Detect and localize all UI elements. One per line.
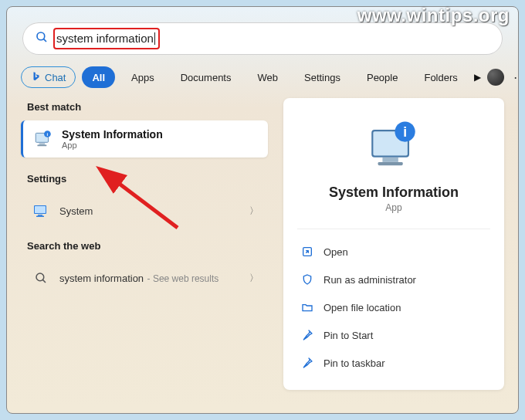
chevron-right-icon: 〉 — [249, 205, 259, 218]
search-query-text: system information — [56, 32, 154, 45]
action-pin-to-taskbar[interactable]: Pin to taskbar — [297, 351, 490, 374]
svg-point-11 — [36, 273, 44, 281]
searchbar-container: system information — [7, 7, 518, 63]
pin-icon — [300, 356, 314, 370]
system-information-app-icon: i — [367, 118, 421, 175]
svg-rect-9 — [38, 215, 42, 216]
web-result-text: system information - See web results — [59, 271, 218, 285]
search-icon — [35, 30, 49, 47]
svg-rect-4 — [37, 145, 46, 147]
best-match-subtitle: App — [62, 141, 163, 150]
svg-rect-14 — [382, 158, 398, 162]
preview-title: System Information — [329, 185, 459, 201]
settings-heading: Settings — [27, 173, 262, 185]
tab-apps[interactable]: Apps — [121, 66, 164, 88]
preview-subtitle: App — [385, 202, 401, 213]
action-pin-start-label: Pin to Start — [323, 330, 373, 341]
action-open[interactable]: Open — [297, 240, 490, 263]
action-open-label: Open — [323, 246, 348, 258]
search-input[interactable]: system information — [22, 22, 503, 55]
preview-panel: i System Information App Open Run as adm… — [283, 98, 504, 390]
best-match-text: System Information App — [62, 128, 163, 150]
svg-point-0 — [37, 32, 45, 40]
search-flyout-window: system information Chat All Apps Documen… — [6, 6, 519, 414]
search-web-heading: Search the web — [27, 240, 262, 252]
web-result-query: system information — [59, 273, 144, 284]
svg-line-1 — [43, 39, 46, 42]
svg-text:i: i — [403, 124, 407, 140]
more-options-icon[interactable]: ⋯ — [513, 70, 518, 85]
best-match-title: System Information — [62, 128, 163, 141]
text-cursor — [154, 32, 155, 45]
shield-icon — [300, 273, 314, 286]
system-information-app-icon: i — [32, 128, 54, 150]
svg-line-12 — [42, 279, 46, 283]
results-left-column: Best match i System Information App — [21, 98, 268, 390]
settings-result-system[interactable]: System 〉 — [21, 192, 268, 229]
best-match-result[interactable]: i System Information App — [21, 120, 268, 158]
tab-chat[interactable]: Chat — [21, 66, 76, 88]
search-query-highlight: system information — [53, 28, 160, 49]
web-result-row[interactable]: system information - See web results 〉 — [21, 259, 268, 296]
settings-item-label: System — [59, 205, 93, 217]
preview-hero: i System Information App — [297, 113, 490, 229]
action-open-location-label: Open file location — [323, 302, 401, 313]
tab-documents[interactable]: Documents — [171, 66, 242, 88]
results-content: Best match i System Information App — [7, 98, 518, 404]
chevron-right-icon: 〉 — [249, 272, 259, 285]
svg-rect-10 — [36, 216, 44, 218]
action-run-admin-label: Run as administrator — [323, 274, 416, 286]
open-icon — [300, 245, 314, 259]
action-open-file-location[interactable]: Open file location — [297, 296, 490, 319]
tabs-overflow-arrow[interactable]: ▶ — [474, 72, 481, 83]
system-settings-icon — [30, 200, 52, 222]
tab-chat-label: Chat — [45, 72, 66, 83]
tab-folders[interactable]: Folders — [414, 66, 467, 88]
best-match-heading: Best match — [27, 101, 262, 113]
filter-tabs: Chat All Apps Documents Web Settings Peo… — [7, 63, 518, 98]
bing-icon — [31, 71, 42, 84]
action-pin-to-start[interactable]: Pin to Start — [297, 323, 490, 347]
svg-rect-3 — [39, 143, 46, 144]
tab-people[interactable]: People — [357, 66, 408, 88]
action-pin-taskbar-label: Pin to taskbar — [323, 357, 385, 369]
web-result-hint: - See web results — [147, 273, 219, 284]
preview-actions: Open Run as administrator Open file loca… — [297, 240, 490, 374]
tab-settings[interactable]: Settings — [294, 66, 351, 88]
svg-rect-8 — [35, 206, 46, 213]
pin-icon — [300, 328, 314, 342]
tab-web[interactable]: Web — [247, 66, 288, 88]
tab-all[interactable]: All — [82, 66, 115, 88]
user-avatar[interactable] — [487, 69, 504, 86]
svg-rect-15 — [378, 162, 403, 165]
search-icon — [30, 267, 52, 289]
action-run-as-administrator[interactable]: Run as administrator — [297, 268, 490, 291]
folder-icon — [300, 300, 314, 314]
